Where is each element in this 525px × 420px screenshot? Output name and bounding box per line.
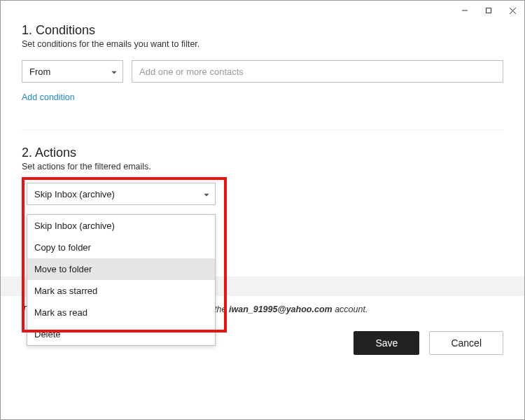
actions-heading: 2. Actions xyxy=(22,146,503,160)
conditions-heading: 1. Conditions xyxy=(22,23,503,38)
action-option-move-folder[interactable]: Move to folder xyxy=(27,258,215,280)
close-button[interactable] xyxy=(500,3,524,18)
window-titlebar xyxy=(1,1,524,20)
chevron-down-icon xyxy=(204,189,209,200)
svg-rect-1 xyxy=(486,8,491,13)
action-option-mark-read[interactable]: Mark as read xyxy=(27,302,215,323)
save-button[interactable]: Save xyxy=(354,331,419,355)
action-dropdown: Skip Inbox (archive) Copy to folder Move… xyxy=(27,214,216,346)
conditions-subtext: Set conditions for the emails you want t… xyxy=(22,39,503,49)
maximize-button[interactable] xyxy=(477,3,500,18)
condition-field-select[interactable]: From xyxy=(22,60,123,83)
action-option-skip-inbox[interactable]: Skip Inbox (archive) xyxy=(27,215,215,237)
action-option-mark-starred[interactable]: Mark as starred xyxy=(27,280,215,302)
cancel-button[interactable]: Cancel xyxy=(429,331,503,355)
condition-field-value: From xyxy=(29,66,50,77)
action-option-delete[interactable]: Delete xyxy=(27,323,215,345)
minimize-button[interactable] xyxy=(453,3,477,18)
add-condition-link[interactable]: Add condition xyxy=(22,92,75,102)
section-divider xyxy=(22,130,503,130)
chevron-down-icon xyxy=(111,66,117,77)
actions-subtext: Set actions for the filtered emails. xyxy=(22,162,503,172)
contacts-input[interactable] xyxy=(132,60,503,83)
footer-note-suffix: account. xyxy=(332,304,368,314)
action-select[interactable]: Skip Inbox (archive) xyxy=(27,183,216,205)
account-email: iwan_91995@yahoo.com xyxy=(229,304,332,314)
action-option-copy-folder[interactable]: Copy to folder xyxy=(27,237,215,258)
action-select-value: Skip Inbox (archive) xyxy=(34,189,115,200)
